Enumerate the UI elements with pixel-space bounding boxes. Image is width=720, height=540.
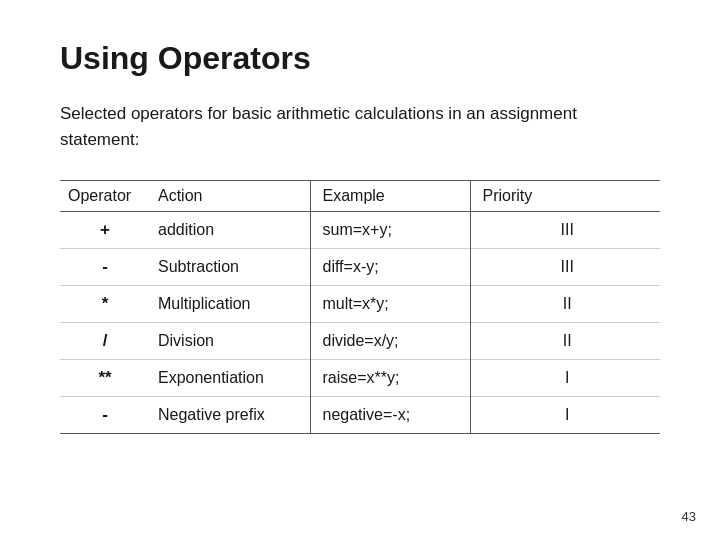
table-row: -Negative prefixnegative=-x;I	[60, 397, 660, 434]
operators-table: Operator Action Example Priority +additi…	[60, 180, 660, 434]
slide-title: Using Operators	[60, 40, 660, 77]
cell-priority: III	[470, 249, 660, 286]
cell-action: addition	[150, 212, 310, 249]
cell-priority: III	[470, 212, 660, 249]
cell-operator: -	[60, 397, 150, 434]
col-header-example: Example	[310, 181, 470, 212]
cell-action: Division	[150, 323, 310, 360]
cell-example: diff=x-y;	[310, 249, 470, 286]
table-row: **Exponentiationraise=x**y;I	[60, 360, 660, 397]
table-wrapper: Operator Action Example Priority +additi…	[60, 180, 660, 434]
col-header-priority: Priority	[470, 181, 660, 212]
cell-action: Multiplication	[150, 286, 310, 323]
cell-operator: -	[60, 249, 150, 286]
cell-action: Exponentiation	[150, 360, 310, 397]
table-row: +additionsum=x+y;III	[60, 212, 660, 249]
col-header-operator: Operator	[60, 181, 150, 212]
cell-example: sum=x+y;	[310, 212, 470, 249]
table-header-row: Operator Action Example Priority	[60, 181, 660, 212]
cell-example: mult=x*y;	[310, 286, 470, 323]
cell-example: raise=x**y;	[310, 360, 470, 397]
cell-operator: +	[60, 212, 150, 249]
cell-priority: I	[470, 397, 660, 434]
cell-priority: II	[470, 323, 660, 360]
cell-priority: I	[470, 360, 660, 397]
cell-operator: **	[60, 360, 150, 397]
table-row: /Divisiondivide=x/y;II	[60, 323, 660, 360]
cell-operator: /	[60, 323, 150, 360]
cell-action: Negative prefix	[150, 397, 310, 434]
table-row: -Subtractiondiff=x-y;III	[60, 249, 660, 286]
col-header-action: Action	[150, 181, 310, 212]
table-row: *Multiplicationmult=x*y;II	[60, 286, 660, 323]
page-number: 43	[682, 509, 696, 524]
slide-subtitle: Selected operators for basic arithmetic …	[60, 101, 660, 152]
cell-priority: II	[470, 286, 660, 323]
slide-container: Using Operators Selected operators for b…	[0, 0, 720, 540]
cell-action: Subtraction	[150, 249, 310, 286]
cell-operator: *	[60, 286, 150, 323]
cell-example: negative=-x;	[310, 397, 470, 434]
cell-example: divide=x/y;	[310, 323, 470, 360]
